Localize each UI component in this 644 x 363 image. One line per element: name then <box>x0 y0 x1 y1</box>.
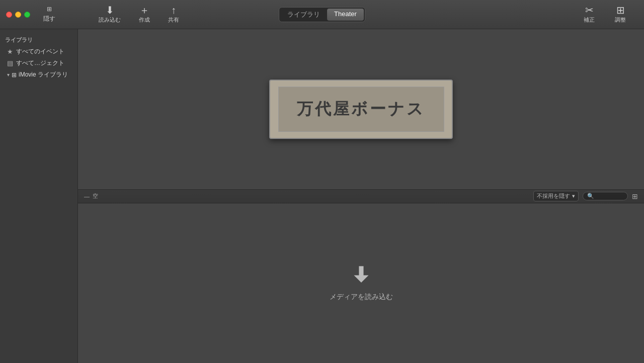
sidebar-section-label: ライブラリ <box>0 33 77 46</box>
create-icon: ＋ <box>139 5 149 15</box>
search-box[interactable]: 🔍 <box>583 192 628 200</box>
share-label: 共有 <box>168 16 179 24</box>
sidebar-item-all-events[interactable]: ★ すべてのイベント <box>2 46 75 57</box>
upper-content: 万代屋ボーナス <box>78 29 644 189</box>
import-icon: ⬇ <box>106 5 114 15</box>
create-label: 作成 <box>139 16 150 24</box>
hide-label: 隠す <box>43 15 55 23</box>
projects-icon: ▤ <box>7 59 13 67</box>
svg-rect-0 <box>359 266 363 276</box>
traffic-lights <box>0 12 30 18</box>
segmented-control: ライブラリ Theater <box>279 7 365 22</box>
thumbnail-card[interactable]: 万代屋ボーナス <box>269 80 453 139</box>
toolbar: ⊞ 隠す ⬇ 読み込む ＋ 作成 ↑ 共有 ライブラリ Theater <box>0 0 644 29</box>
view-mode-control: ライブラリ Theater <box>279 7 365 22</box>
sidebar-item-projects-label: すべて…ジェクト <box>16 59 64 67</box>
import-media-label: メディアを読み込む <box>330 293 393 302</box>
library-tab[interactable]: ライブラリ <box>280 9 327 21</box>
adjust2-label: 調整 <box>615 16 626 24</box>
filter-chevron-icon: ▾ <box>572 193 575 199</box>
empty-label: 空 <box>93 192 98 200</box>
adjust2-icon: ⊞ <box>616 5 625 15</box>
svg-marker-1 <box>354 275 368 283</box>
titlebar: ⊞ 隠す ⬇ 読み込む ＋ 作成 ↑ 共有 ライブラリ Theater <box>0 0 644 29</box>
adjust1-label: 補正 <box>584 16 595 24</box>
content-area: 万代屋ボーナス — 空 不採用を隠す ▾ 🔍 ⊞ <box>78 29 644 363</box>
import-button[interactable]: ⬇ 読み込む <box>91 3 129 26</box>
thumbnail-inner: 万代屋ボーナス <box>278 87 444 132</box>
lower-content: メディアを読み込む <box>78 203 644 364</box>
download-arrow-svg <box>351 263 371 285</box>
share-icon: ↑ <box>171 5 176 15</box>
toolbar-left: ⊞ 隠す <box>40 5 58 24</box>
hide-button[interactable]: ⊞ 隠す <box>40 5 58 24</box>
events-icon: ★ <box>7 48 13 55</box>
grid-toggle-button[interactable]: ⊞ <box>632 192 638 200</box>
dash-icon: — <box>84 193 90 199</box>
theater-tab[interactable]: Theater <box>327 9 364 21</box>
sidebar-item-library[interactable]: ▾ ⊞ iMovie ライブラリ <box>2 69 75 81</box>
sidebar-item-library-label: iMovie ライブラリ <box>19 70 68 79</box>
create-button[interactable]: ＋ 作成 <box>131 3 158 26</box>
hide-icon: ⊞ <box>47 6 52 13</box>
divider-right: 不採用を隠す ▾ 🔍 ⊞ <box>533 191 638 201</box>
close-button[interactable] <box>6 12 12 18</box>
sidebar: ライブラリ ★ すべてのイベント ▤ すべて…ジェクト ▾ ⊞ iMovie ラ… <box>0 29 78 363</box>
share-button[interactable]: ↑ 共有 <box>160 3 187 26</box>
divider-bar: — 空 不採用を隠す ▾ 🔍 ⊞ <box>78 189 644 203</box>
import-label: 読み込む <box>99 16 121 24</box>
main-area: ライブラリ ★ すべてのイベント ▤ すべて…ジェクト ▾ ⊞ iMovie ラ… <box>0 29 644 363</box>
search-icon: 🔍 <box>587 193 594 199</box>
chevron-down-icon: ▾ <box>7 72 10 78</box>
minimize-button[interactable] <box>15 12 21 18</box>
adjust1-button[interactable]: ✂ 補正 <box>576 3 603 26</box>
maximize-button[interactable] <box>24 12 30 18</box>
toolbar-right: ✂ 補正 ⊞ 調整 <box>576 3 634 26</box>
sidebar-item-events-label: すべてのイベント <box>16 47 64 56</box>
thumbnail-title: 万代屋ボーナス <box>297 98 425 120</box>
library-icon: ⊞ <box>12 71 17 79</box>
sidebar-item-all-projects[interactable]: ▤ すべて…ジェクト <box>2 57 75 69</box>
adjust1-icon: ✂ <box>585 5 594 15</box>
divider-left: — 空 <box>84 192 98 200</box>
filter-dropdown[interactable]: 不採用を隠す ▾ <box>533 191 579 201</box>
search-input[interactable] <box>594 193 629 199</box>
import-arrow-icon <box>351 264 371 284</box>
adjust2-button[interactable]: ⊞ 調整 <box>607 3 634 26</box>
filter-label: 不採用を隠す <box>537 192 570 200</box>
